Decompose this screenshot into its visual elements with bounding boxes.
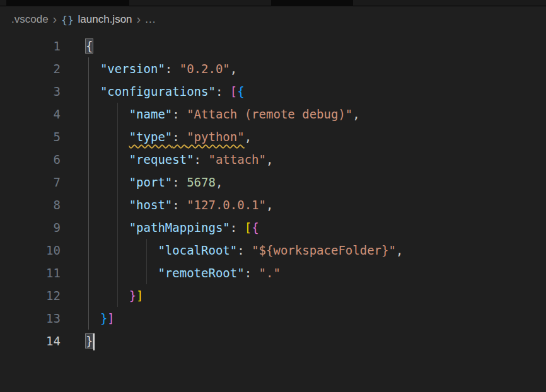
code-token: , <box>216 175 223 189</box>
code-token: : <box>216 84 230 98</box>
chevron-right-icon: › <box>132 13 146 25</box>
code-token: "0.2.0" <box>180 62 230 76</box>
code-line[interactable]: 11 "remoteRoot": "." <box>0 262 546 284</box>
code-token: 5678 <box>187 175 216 189</box>
line-number[interactable]: 6 <box>0 148 61 171</box>
code-token: "127.0.0.1" <box>187 198 266 212</box>
line-number[interactable]: 12 <box>0 284 61 307</box>
code-line[interactable]: 1{ <box>0 35 546 57</box>
code-line[interactable]: 8 "host": "127.0.0.1", <box>0 193 546 216</box>
code-token: : <box>245 266 259 280</box>
code-token: , <box>230 62 237 76</box>
code-token <box>86 198 129 212</box>
code-text: "host": "127.0.0.1", <box>61 193 273 216</box>
code-text: "type": "python", <box>61 125 252 148</box>
breadcrumb-more[interactable]: ... <box>145 13 156 26</box>
code-token: "port" <box>129 175 173 189</box>
code-line[interactable]: 7 "port": 5678, <box>0 171 546 193</box>
code-line[interactable]: 13 }] <box>0 307 546 330</box>
tab-bar-strip <box>0 0 546 6</box>
code-line[interactable]: 5 "type": "python", <box>0 125 546 148</box>
code-token: [ <box>245 221 252 234</box>
code-text: "version": "0.2.0", <box>61 57 237 80</box>
code-line[interactable]: 10 "localRoot": "${workspaceFolder}", <box>0 239 546 262</box>
code-token: "version" <box>100 62 165 76</box>
code-token: , <box>266 198 273 212</box>
code-token: : <box>230 221 245 234</box>
chevron-right-icon: › <box>49 13 62 25</box>
code-token: : <box>172 107 187 121</box>
code-token: "Attach (remote debug)" <box>187 107 352 121</box>
tab-dark-segment <box>271 0 353 6</box>
line-number[interactable]: 2 <box>0 57 61 80</box>
code-token <box>86 289 129 303</box>
line-number[interactable]: 5 <box>0 125 61 148</box>
code-line[interactable]: 4 "name": "Attach (remote debug)", <box>0 103 546 125</box>
breadcrumb-folder[interactable]: .vscode <box>11 13 49 26</box>
code-token <box>86 84 100 98</box>
code-token: { <box>237 84 244 98</box>
matched-bracket: { <box>86 39 93 53</box>
line-number[interactable]: 11 <box>0 262 61 284</box>
code-token <box>86 243 158 257</box>
code-token: : <box>165 62 180 76</box>
editor[interactable]: 1{2 "version": "0.2.0",3 "configurations… <box>0 33 546 352</box>
code-text: "request": "attach", <box>61 148 273 171</box>
code-token: "type" <box>129 130 173 144</box>
line-number[interactable]: 10 <box>0 239 61 262</box>
code-token: "attach" <box>208 153 266 166</box>
line-number[interactable]: 1 <box>0 35 61 57</box>
code-line[interactable]: 12 }] <box>0 284 546 307</box>
code-token: "request" <box>129 153 194 166</box>
line-number[interactable]: 3 <box>0 80 61 103</box>
code-token: "remoteRoot" <box>158 266 244 280</box>
line-number[interactable]: 13 <box>0 307 61 330</box>
code-line[interactable]: 6 "request": "attach", <box>0 148 546 171</box>
code-token: } <box>100 311 107 325</box>
code-token: , <box>396 243 403 257</box>
code-token: : <box>172 175 187 189</box>
line-number[interactable]: 14 <box>0 330 61 352</box>
code-token: "configurations" <box>100 84 216 98</box>
code-token: , <box>266 153 273 166</box>
text-cursor <box>93 333 95 350</box>
code-token: : <box>194 153 209 166</box>
code-token: "localRoot" <box>158 243 237 257</box>
code-token: { <box>252 221 258 234</box>
code-line[interactable]: 14} <box>0 330 546 352</box>
code-token: ] <box>107 311 114 325</box>
code-token <box>86 153 129 166</box>
code-text: "remoteRoot": "." <box>61 262 281 284</box>
code-text: }] <box>61 284 144 307</box>
code-token <box>86 221 129 234</box>
code-token <box>86 266 158 280</box>
code-token <box>86 107 129 121</box>
line-number[interactable]: 8 <box>0 193 61 216</box>
code-line[interactable]: 3 "configurations": [{ <box>0 80 546 103</box>
code-token: "python" <box>187 130 245 144</box>
code-token: "name" <box>129 107 173 121</box>
breadcrumb-file-label: launch.json <box>78 13 132 26</box>
code-lines: 1{2 "version": "0.2.0",3 "configurations… <box>0 35 546 352</box>
code-token: : <box>172 198 187 212</box>
code-line[interactable]: 9 "pathMappings": [{ <box>0 216 546 239</box>
code-text: } <box>61 330 95 352</box>
code-token: , <box>352 107 359 121</box>
tab-dark-segment <box>6 0 129 6</box>
json-braces-icon: {} <box>61 14 73 26</box>
code-line[interactable]: 2 "version": "0.2.0", <box>0 57 546 80</box>
code-token: "pathMappings" <box>129 221 230 234</box>
code-token: : <box>172 130 187 144</box>
code-text: "configurations": [{ <box>61 80 245 103</box>
breadcrumb-file[interactable]: {} launch.json <box>61 13 132 26</box>
line-number[interactable]: 7 <box>0 171 61 193</box>
matched-bracket: } <box>86 334 93 348</box>
code-text: "pathMappings": [{ <box>61 216 259 239</box>
code-token <box>86 62 100 76</box>
code-text: { <box>61 35 93 57</box>
code-token <box>86 175 129 189</box>
code-token: [ <box>230 84 237 98</box>
code-token: } <box>129 289 136 303</box>
line-number[interactable]: 9 <box>0 216 61 239</box>
line-number[interactable]: 4 <box>0 103 61 125</box>
